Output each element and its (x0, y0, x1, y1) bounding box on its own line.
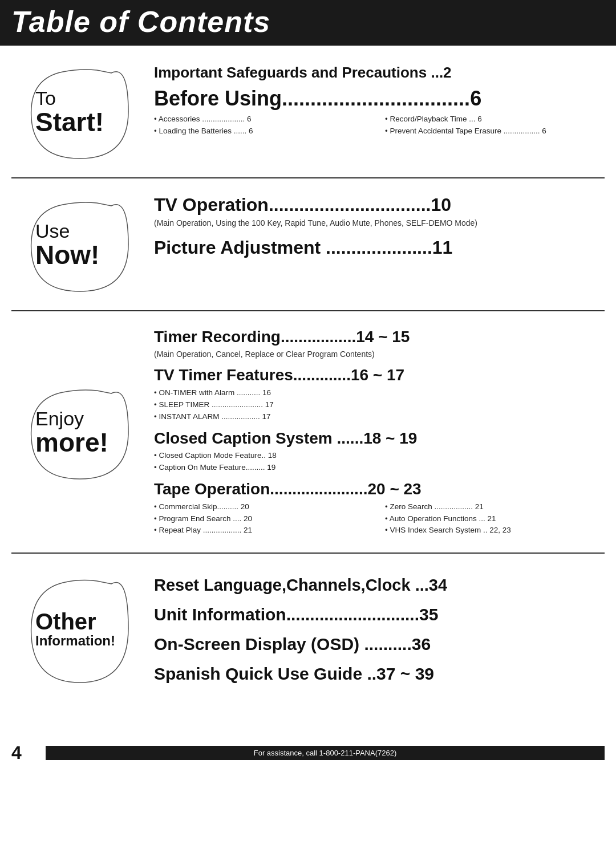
before-using-bullets: Accessories .................... 6 Loadi… (154, 113, 599, 137)
tape-operation-entry: Tape Operation......................20 ~… (154, 480, 599, 499)
bullets-col-right: Record/Playback Time ... 6 Prevent Accid… (385, 113, 599, 137)
bullet-instant-alarm: INSTANT ALARM .................. 17 (154, 411, 599, 423)
left-col-use-now: Use Now! (11, 189, 143, 300)
tape-bullets-right: Zero Search .................. 21 Auto O… (385, 501, 599, 537)
timer-recording-entry: Timer Recording.................14 ~ 15 (154, 327, 599, 347)
before-using-entry: Before Using............................… (154, 87, 599, 110)
assistance-text: For assistance, call 1-800-211-PANA(7262… (46, 746, 605, 760)
spanish-quick-entry: Spanish Quick Use Guide ..37 ~ 39 (154, 664, 599, 684)
page-footer: 4 For assistance, call 1-800-211-PANA(72… (0, 737, 616, 769)
bullet-repeat-play: Repeat Play .................. 21 (154, 525, 368, 537)
reset-language-entry: Reset Language,Channels,Clock ...34 (154, 575, 599, 595)
use-now-line1: Use (35, 221, 70, 242)
oval-to-start: To Start! (23, 62, 131, 161)
bullet-cc-mode: Closed Caption Mode Feature.. 18 (154, 450, 599, 462)
right-col-to-start: Important Safeguards and Precautions ...… (143, 56, 605, 167)
bullet-on-timer: ON-TIMER with Alarm ........... 16 (154, 387, 599, 399)
use-now-line2: Now! (35, 242, 99, 268)
tv-operation-entry: TV Operation............................… (154, 194, 599, 216)
right-col-use-now: TV Operation............................… (143, 189, 605, 300)
section-enjoy-more: Enjoy more! Timer Recording.............… (11, 311, 605, 554)
bullet-auto-operation: Auto Operation Functions ... 21 (385, 513, 599, 525)
page-number: 4 (11, 742, 29, 763)
left-col-enjoy-more: Enjoy more! (11, 322, 143, 542)
right-col-enjoy-more: Timer Recording.................14 ~ 15 … (143, 322, 605, 542)
tv-timer-bullets: ON-TIMER with Alarm ........... 16 SLEEP… (154, 387, 599, 423)
other-line2: Information! (35, 634, 115, 648)
bullet-record-playback: Record/Playback Time ... 6 (385, 113, 599, 125)
page-title: Table of Contents (11, 5, 605, 39)
closed-caption-entry: Closed Caption System ......18 ~ 19 (154, 429, 599, 448)
oval-other: Other Information! (23, 571, 131, 685)
oval-enjoy-more: Enjoy more! (23, 382, 131, 482)
bullet-sleep-timer: SLEEP TIMER ........................ 17 (154, 399, 599, 411)
left-col-other: Other Information! (11, 564, 143, 692)
closed-caption-bullets: Closed Caption Mode Feature.. 18 Caption… (154, 450, 599, 474)
osd-entry: On-Screen Display (OSD) ..........36 (154, 634, 599, 655)
section-use-now: Use Now! TV Operation...................… (11, 178, 605, 311)
tv-timer-features-entry: TV Timer Features.............16 ~ 17 (154, 365, 599, 385)
to-start-line2: Start! (35, 109, 104, 135)
bullet-program-end-search: Program End Search .... 20 (154, 513, 368, 525)
unit-information-entry: Unit Information........................… (154, 604, 599, 625)
section-other-information: Other Information! Reset Language,Channe… (11, 554, 605, 702)
page-header: Table of Contents (0, 0, 616, 46)
bullet-vhs-index: VHS Index Search System .. 22, 23 (385, 525, 599, 537)
bullets-col-left: Accessories .................... 6 Loadi… (154, 113, 368, 137)
bullet-cc-mute: Caption On Mute Feature......... 19 (154, 462, 599, 474)
bullet-zero-search: Zero Search .................. 21 (385, 501, 599, 513)
picture-adjustment-entry: Picture Adjustment .....................… (154, 237, 599, 258)
section-to-start: To Start! Important Safeguards and Preca… (11, 46, 605, 178)
bullet-accessories: Accessories .................... 6 (154, 113, 368, 125)
enjoy-more-line2: more! (35, 429, 108, 456)
bullet-prevent-accidental: Prevent Accidental Tape Erasure ........… (385, 125, 599, 137)
bullet-commercial-skip: Commercial Skip.......... 20 (154, 501, 368, 513)
left-col-to-start: To Start! (11, 56, 143, 167)
tape-bullets-left: Commercial Skip.......... 20 Program End… (154, 501, 368, 537)
right-col-other: Reset Language,Channels,Clock ...34 Unit… (143, 564, 605, 692)
to-start-line1: To (35, 88, 56, 109)
tv-operation-sub: (Main Operation, Using the 100 Key, Rapi… (154, 218, 599, 229)
enjoy-more-line1: Enjoy (35, 408, 84, 429)
bullet-batteries: Loading the Batteries ...... 6 (154, 125, 368, 137)
timer-recording-sub: (Main Operation, Cancel, Replace or Clea… (154, 349, 599, 360)
other-line1: Other (35, 609, 96, 634)
tape-operation-bullets: Commercial Skip.......... 20 Program End… (154, 501, 599, 537)
main-content: To Start! Important Safeguards and Preca… (0, 46, 616, 737)
oval-use-now: Use Now! (23, 194, 131, 294)
important-safeguards-entry: Important Safeguards and Precautions ...… (154, 64, 599, 82)
